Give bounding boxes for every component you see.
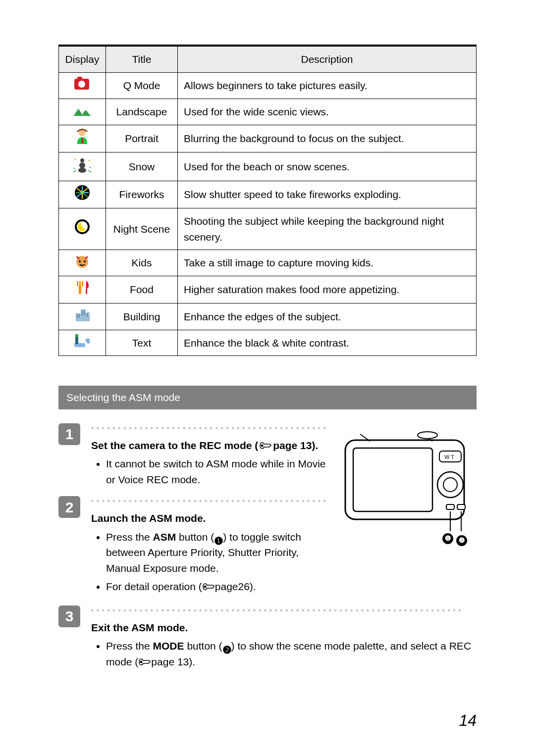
mode-title: Q Mode [106, 72, 178, 99]
svg-point-8 [80, 158, 84, 162]
svg-point-51 [261, 444, 264, 447]
mode-desc: Higher saturation makes food more appeti… [178, 276, 477, 303]
mode-title: Kids [106, 250, 178, 276]
text-icon [59, 330, 106, 356]
fireworks-icon [59, 181, 106, 208]
camera-illustration: W T ❶ ❷ [340, 430, 474, 554]
step-number-badge: 2 [58, 496, 80, 518]
svg-rect-34 [81, 309, 86, 321]
col-display: Display [59, 46, 106, 72]
separator-dots: ••••••••••••••••••••••••••••••••••••••••… [91, 605, 477, 616]
svg-point-13 [74, 168, 75, 169]
mode-desc: Blurring the background to focus on the … [178, 125, 477, 152]
svg-point-12 [89, 160, 90, 161]
mode-title: Snow [106, 152, 178, 181]
callout-label-one: ❶ [442, 533, 453, 544]
svg-text:W  T: W T [444, 454, 454, 460]
svg-rect-29 [77, 281, 78, 286]
step-2-bullet-1: Press the ASM button (❶) to toggle switc… [106, 529, 330, 576]
step-2-bullet-2: For detail operation (page26). [106, 579, 330, 595]
table-header-row: Display Title Description [59, 46, 477, 72]
step-3: 3 ••••••••••••••••••••••••••••••••••••••… [58, 605, 477, 670]
mode-title: Night Scene [106, 208, 178, 250]
svg-rect-43 [84, 312, 85, 313]
callout-two-icon: ❷ [222, 642, 231, 651]
svg-rect-31 [82, 281, 83, 286]
building-icon [59, 303, 106, 330]
svg-rect-37 [79, 314, 80, 315]
separator-dots: ••••••••••••••••••••••••••••••••••••••••… [91, 423, 330, 434]
scene-modes-table: Display Title Description Q Mode Allows … [58, 45, 477, 356]
svg-rect-40 [82, 310, 83, 311]
table-row: Building Enhance the edges of the subjec… [59, 303, 477, 330]
svg-point-27 [79, 260, 81, 262]
svg-point-64 [140, 660, 143, 663]
step-2-title: Launch the ASM mode. [91, 510, 330, 526]
svg-rect-60 [457, 504, 465, 509]
svg-rect-1 [77, 77, 82, 80]
page-ref-icon [202, 581, 215, 592]
svg-point-52 [204, 586, 206, 588]
svg-rect-45 [84, 314, 85, 315]
callout-one-icon: ❶ [214, 533, 223, 542]
step-3-title: Exit the ASM mode. [91, 620, 477, 636]
landscape-icon [59, 99, 106, 125]
mode-title: Landscape [106, 99, 178, 125]
mode-desc: Slow shutter speed to take fireworks exp… [178, 181, 477, 208]
portrait-icon [59, 125, 106, 152]
section-heading-asm: Selecting the ASM mode [58, 386, 477, 409]
table-row: Text Enhance the black & white contrast. [59, 330, 477, 356]
page-ref-text: page 13 [273, 440, 312, 451]
mode-desc: Enhance the edges of the subject. [178, 303, 477, 330]
table-row: Food Higher saturation makes food more a… [59, 276, 477, 303]
step-1: 1 ••••••••••••••••••••••••••••••••••••••… [58, 423, 330, 488]
mode-desc: Enhance the black & white contrast. [178, 330, 477, 356]
svg-rect-50 [75, 334, 78, 337]
table-row: Night Scene Shooting the subject while k… [59, 208, 477, 250]
mode-desc: Allows beginners to take pictures easily… [178, 72, 477, 99]
step-3-bullet: Press the MODE button (❷) to show the sc… [106, 638, 477, 669]
snow-icon [59, 152, 106, 181]
svg-point-14 [90, 167, 91, 168]
svg-point-9 [79, 162, 85, 168]
table-row: Portrait Blurring the background to focu… [59, 125, 477, 152]
step-2: 2 ••••••••••••••••••••••••••••••••••••••… [58, 496, 330, 595]
mode-desc: Take a still image to capture moving kid… [178, 250, 477, 276]
svg-rect-39 [79, 316, 80, 317]
col-title: Title [106, 46, 178, 72]
step-1-title: Set the camera to the REC mode (page 13)… [91, 438, 330, 454]
step-1-bullet: It cannot be switch to ASM mode while in… [106, 456, 330, 487]
step-number-badge: 1 [58, 423, 80, 445]
table-row: Snow Used for the beach or snow scenes. [59, 152, 477, 181]
svg-point-28 [84, 260, 86, 262]
food-icon [59, 276, 106, 303]
svg-rect-42 [82, 312, 83, 313]
svg-rect-38 [77, 316, 78, 317]
svg-rect-41 [84, 310, 85, 311]
night-scene-icon [59, 208, 106, 250]
svg-point-10 [78, 168, 86, 173]
callout-label-two: ❷ [456, 535, 467, 546]
table-row: Q Mode Allows beginners to take pictures… [59, 72, 477, 99]
page-number: 14 [459, 708, 477, 732]
svg-rect-54 [353, 448, 432, 511]
svg-rect-46 [87, 313, 88, 314]
table-row: Landscape Used for the wide scenic views… [59, 99, 477, 125]
q-mode-icon [59, 72, 106, 99]
mode-title: Building [106, 303, 178, 330]
svg-point-61 [418, 432, 437, 439]
mode-title: Text [106, 330, 178, 356]
svg-rect-36 [77, 314, 78, 315]
step-number-badge: 3 [58, 605, 80, 627]
svg-rect-59 [446, 504, 454, 509]
svg-rect-44 [82, 314, 83, 315]
mode-title: Food [106, 276, 178, 303]
page-ref-icon [138, 656, 151, 667]
mode-desc: Shooting the subject while keeping the b… [178, 208, 477, 250]
asm-steps: 1 ••••••••••••••••••••••••••••••••••••••… [58, 421, 477, 670]
mode-title: Fireworks [106, 181, 178, 208]
step-title-text: Set the camera to the REC mode ( [91, 440, 258, 451]
table-row: Kids Take a still image to capture movin… [59, 250, 477, 276]
mode-desc: Used for the wide scenic views. [178, 99, 477, 125]
svg-rect-47 [87, 315, 88, 316]
